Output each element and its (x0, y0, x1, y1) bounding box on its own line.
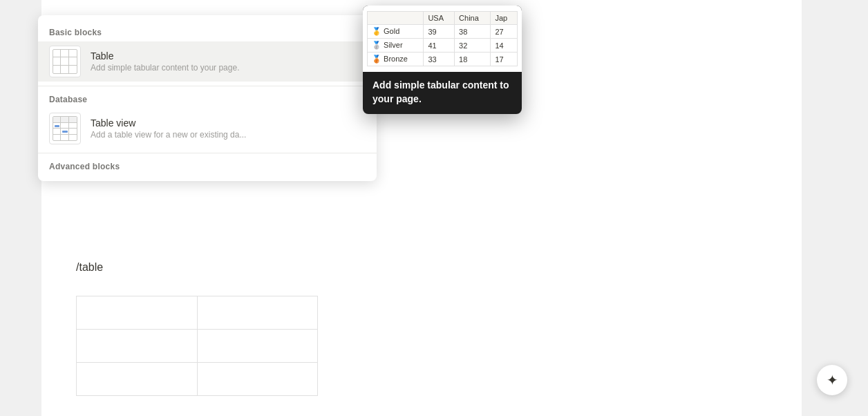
icon-data-cell (53, 123, 61, 129)
medal-cell: 🥉 Bronze (368, 53, 424, 66)
block-picker-menu: Basic blocks Table Add simple tabular co… (38, 15, 377, 181)
preview-table-header (368, 12, 424, 25)
empty-table-preview (76, 296, 318, 396)
icon-header-cell (61, 117, 68, 123)
preview-table: USA China Jap 🥇 Gold 39 38 27 🥈 Silver 4… (367, 11, 518, 66)
icon-cell (69, 50, 77, 57)
table-view-item-icon (49, 113, 81, 144)
icon-cell (53, 57, 61, 65)
table-item-content: Table Add simple tabular content to your… (91, 50, 239, 73)
section-divider (38, 86, 377, 86)
icon-header-cell (53, 117, 61, 123)
table-view-item-content: Table view Add a table view for a new or… (91, 117, 246, 140)
icon-cell (53, 66, 61, 73)
medal-cell: 🥇 Gold (368, 25, 424, 39)
tooltip-table-area: USA China Jap 🥇 Gold 39 38 27 🥈 Silver 4… (363, 6, 522, 72)
table-icon-grid (53, 49, 77, 74)
china-gold: 38 (455, 25, 491, 39)
icon-data-cell (53, 129, 61, 135)
china-silver: 32 (455, 39, 491, 53)
icon-cell (61, 50, 68, 57)
preview-table-header-usa: USA (424, 12, 455, 25)
section-label-database: Database (38, 91, 377, 108)
table-item-icon (49, 46, 81, 77)
jap-bronze: 17 (491, 53, 518, 66)
preview-table-header-jap: Jap (491, 12, 518, 25)
icon-cell (61, 66, 68, 73)
medal-cell: 🥈 Silver (368, 39, 424, 53)
block-tooltip-preview: USA China Jap 🥇 Gold 39 38 27 🥈 Silver 4… (363, 6, 522, 114)
icon-data-cell (69, 135, 77, 141)
table-view-item-title: Table view (91, 117, 246, 129)
silver-medal-icon: 🥈 (372, 41, 381, 49)
tooltip-description-text: Add simple tabular content to your page. (372, 79, 509, 104)
table-row: 🥈 Silver 41 32 14 (368, 39, 518, 53)
page-command: /table (76, 261, 103, 274)
icon-cell (61, 57, 68, 65)
icon-cell (53, 50, 61, 57)
china-bronze: 18 (455, 53, 491, 66)
table-row: 🥉 Bronze 33 18 17 (368, 53, 518, 66)
section-label-basic-blocks: Basic blocks (38, 23, 377, 41)
usa-gold: 39 (424, 25, 455, 39)
icon-cell (69, 66, 77, 73)
menu-item-table[interactable]: Table Add simple tabular content to your… (38, 41, 377, 82)
icon-data-cell (69, 123, 77, 129)
sparkle-icon: ✦ (827, 372, 838, 388)
jap-gold: 27 (491, 25, 518, 39)
ai-assistant-button[interactable]: ✦ (817, 365, 847, 395)
table-row: 🥇 Gold 39 38 27 (368, 25, 518, 39)
usa-silver: 41 (424, 39, 455, 53)
usa-bronze: 33 (424, 53, 455, 66)
section-label-advanced-blocks: Advanced blocks (38, 158, 377, 176)
icon-data-cell (53, 135, 61, 141)
table-view-icon-grid (53, 116, 77, 141)
gold-medal-icon: 🥇 (372, 27, 381, 35)
section-divider-2 (38, 153, 377, 153)
table-view-item-desc: Add a table view for a new or existing d… (91, 130, 246, 140)
icon-cell (69, 57, 77, 65)
icon-data-cell (61, 135, 68, 141)
icon-data-cell (61, 123, 68, 129)
table-item-desc: Add simple tabular content to your page. (91, 63, 239, 73)
icon-data-cell (69, 129, 77, 135)
table-item-title: Table (91, 50, 239, 62)
icon-data-cell (61, 129, 68, 135)
preview-table-header-china: China (455, 12, 491, 25)
jap-silver: 14 (491, 39, 518, 53)
menu-item-table-view[interactable]: Table view Add a table view for a new or… (38, 108, 377, 149)
icon-header-cell (69, 117, 77, 123)
tooltip-description: Add simple tabular content to your page. (363, 72, 522, 114)
bronze-medal-icon: 🥉 (372, 55, 381, 63)
